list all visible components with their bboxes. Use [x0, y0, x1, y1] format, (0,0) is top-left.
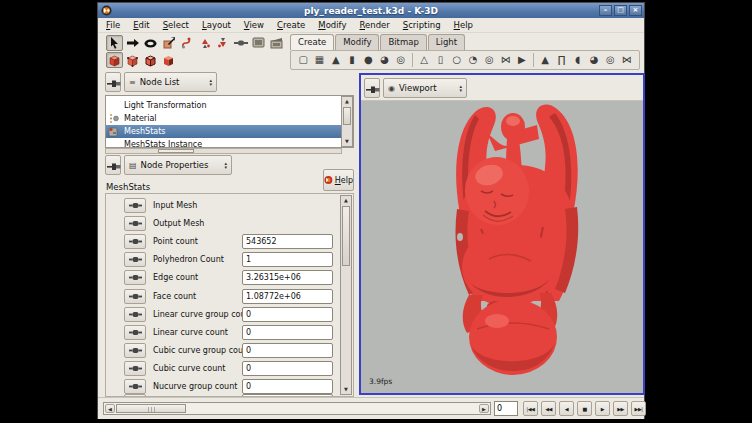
socket-button[interactable]: [124, 198, 146, 213]
scrollbar-thumb[interactable]: [158, 149, 194, 153]
rewind-start-button[interactable]: |◀◀: [523, 401, 538, 416]
socket-button[interactable]: [124, 307, 146, 322]
plug-tool-button[interactable]: [232, 35, 249, 51]
nurbs-cone-icon[interactable]: ▲: [537, 51, 553, 69]
menu-edit[interactable]: Edit: [133, 20, 149, 30]
play-button[interactable]: ▶: [595, 401, 610, 416]
fast-forward-end-button[interactable]: ▶▶|: [631, 401, 646, 416]
snap-tool-button[interactable]: [178, 35, 195, 51]
stop-button[interactable]: ■: [577, 401, 592, 416]
menu-modify[interactable]: Modify: [318, 20, 346, 30]
tab-create[interactable]: Create: [290, 34, 334, 50]
node-list-selector[interactable]: ≡ Node List ▴▾: [124, 72, 217, 92]
polysphere3-icon[interactable]: ◎: [393, 51, 409, 69]
socket-button[interactable]: [124, 343, 146, 358]
help-button[interactable]: Help: [323, 169, 354, 191]
paraboloid-icon[interactable]: ▶: [514, 51, 530, 69]
timeline-thumb[interactable]: [116, 404, 186, 413]
tab-modify[interactable]: Modify: [335, 34, 379, 50]
node-properties-pin-button[interactable]: [105, 155, 121, 175]
cubic-curve-group-count-field[interactable]: 0: [242, 343, 333, 358]
scroll-down-icon[interactable]: ▼: [341, 385, 351, 394]
nurbs-cylinder-icon[interactable]: ∏: [553, 51, 569, 69]
rotate-tool-button[interactable]: [142, 35, 159, 51]
node-properties-scrollbar[interactable]: ▲ ▼: [340, 195, 352, 395]
linear-curve-count-field[interactable]: 0: [242, 325, 333, 340]
viewport-selector[interactable]: ◉ Viewport ▴▾: [383, 78, 467, 98]
node-list-scrollbar[interactable]: ▲ ▼: [341, 96, 353, 147]
menu-file[interactable]: File: [106, 20, 120, 30]
select-nodes-button[interactable]: [106, 52, 123, 68]
circle-icon[interactable]: ○: [449, 51, 465, 69]
sphere-icon[interactable]: ◎: [481, 51, 497, 69]
menu-render[interactable]: Render: [359, 20, 389, 30]
socket-button[interactable]: [124, 252, 146, 267]
menu-help[interactable]: Help: [454, 20, 473, 30]
list-item-meshstats[interactable]: MeshStats: [106, 125, 342, 138]
socket-button[interactable]: [124, 234, 146, 249]
polycylinder-icon[interactable]: ▮: [344, 51, 360, 69]
buddha-mesh-model[interactable]: [447, 101, 589, 385]
node-properties-selector[interactable]: ▤ Node Properties ▴▾: [124, 155, 232, 175]
point-count-field[interactable]: 543652: [242, 234, 333, 249]
cone-icon[interactable]: △: [416, 51, 432, 69]
socket-button[interactable]: [124, 379, 146, 394]
next-key-button[interactable]: ▶▶: [613, 401, 628, 416]
timeline-scrollbar[interactable]: ◀ ▶: [103, 402, 491, 415]
polysphere2-icon[interactable]: ◕: [376, 51, 392, 69]
frame-number-input[interactable]: [494, 401, 518, 416]
scroll-down-icon[interactable]: ▼: [342, 137, 352, 146]
select-points-button[interactable]: [124, 52, 141, 68]
scroll-up-icon[interactable]: ▲: [342, 97, 352, 106]
viewport-canvas[interactable]: 3.9fps: [361, 101, 643, 393]
titlebar[interactable]: ply_reader_test.k3d - K-3D – □ ×: [98, 3, 644, 18]
polysphere-icon[interactable]: ●: [360, 51, 376, 69]
menu-layout[interactable]: Layout: [202, 20, 231, 30]
parent-button[interactable]: [196, 35, 213, 51]
nurbs-circle-icon[interactable]: ◖: [570, 51, 586, 69]
menu-select[interactable]: Select: [163, 20, 189, 30]
socket-button[interactable]: [124, 289, 146, 304]
render-frame-button[interactable]: [268, 35, 285, 51]
disk-icon[interactable]: ◔: [465, 51, 481, 69]
polycube-icon[interactable]: ▢: [295, 51, 311, 69]
face-count-field[interactable]: 1.08772e+06: [242, 289, 333, 304]
socket-button[interactable]: [124, 361, 146, 376]
scroll-left-icon[interactable]: ◀: [105, 404, 115, 413]
tab-light[interactable]: Light: [428, 34, 465, 50]
edge-count-field[interactable]: 3.26315e+06: [242, 270, 333, 285]
unparent-button[interactable]: [214, 35, 231, 51]
scrollbar-thumb[interactable]: [343, 107, 351, 125]
reverse-play-button[interactable]: ◀: [559, 401, 574, 416]
linear-curve-group-count-field[interactable]: 0: [242, 307, 333, 322]
move-tool-button[interactable]: [124, 35, 141, 51]
scale-tool-button[interactable]: [160, 35, 177, 51]
maximize-button[interactable]: □: [614, 5, 627, 16]
socket-button[interactable]: [124, 270, 146, 285]
render-preview-button[interactable]: [250, 35, 267, 51]
scrollbar-thumb[interactable]: [342, 206, 350, 266]
select-lines-button[interactable]: [142, 52, 159, 68]
list-item-meshstats-instance[interactable]: MeshStats Instance: [106, 138, 342, 148]
nurbs-disk-icon[interactable]: ◕: [586, 51, 602, 69]
menu-scripting[interactable]: Scripting: [403, 20, 441, 30]
nucurve-group-count-field[interactable]: 0: [242, 379, 333, 394]
menu-view[interactable]: View: [244, 20, 264, 30]
socket-button[interactable]: [124, 216, 146, 231]
polycone-icon[interactable]: ▲: [328, 51, 344, 69]
viewport-pin-button[interactable]: [364, 78, 380, 98]
cylinder-icon[interactable]: ▯: [432, 51, 448, 69]
node-list-hscrollbar[interactable]: [105, 148, 342, 154]
menu-create[interactable]: Create: [277, 20, 305, 30]
polyhedron-count-field[interactable]: 1: [242, 252, 333, 267]
select-faces-button[interactable]: [160, 52, 177, 68]
previous-key-button[interactable]: ◀◀: [541, 401, 556, 416]
select-tool-button[interactable]: [106, 35, 123, 51]
node-list-pin-button[interactable]: [105, 72, 121, 92]
list-item-material[interactable]: Material: [106, 112, 342, 125]
polygrid-icon[interactable]: ▦: [311, 51, 327, 69]
hyperboloid-icon[interactable]: ⋈: [498, 51, 514, 69]
list-item-light-transformation[interactable]: Light Transformation: [106, 99, 342, 112]
nurbs-hyperboloid-icon[interactable]: ⋈: [619, 51, 635, 69]
cubic-curve-count-field[interactable]: 0: [242, 361, 333, 376]
